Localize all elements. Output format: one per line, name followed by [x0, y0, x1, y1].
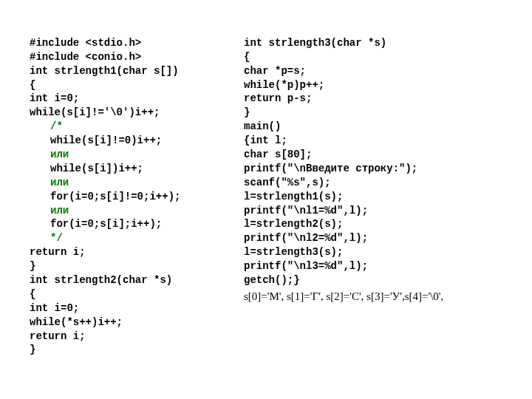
code-line: scanf("%s",s);	[244, 177, 331, 188]
code-line: l=strlength3(s);	[244, 246, 343, 258]
code-line: int i=0;	[30, 92, 79, 104]
code-line: getch();}	[244, 274, 300, 286]
code-line: {	[244, 51, 250, 63]
code-line: for(i=0;s[i]!=0;i++);	[30, 190, 244, 204]
code-line: main()	[244, 120, 281, 132]
right-column: int strlength3(char *s) { char *p=s; whi…	[244, 22, 517, 357]
code-line: }	[244, 106, 250, 118]
code-line: char *p=s;	[244, 65, 306, 77]
code-line: int i=0;	[30, 302, 79, 314]
code-line: printf("\nl1=%d",l);	[244, 205, 368, 216]
code-line: return p-s;	[244, 92, 312, 104]
code-line: l=strlength2(s);	[244, 218, 343, 230]
code-line: for(i=0;s[i];i++);	[30, 217, 244, 231]
code-line: int strlength1(char s[])	[30, 65, 179, 77]
array-values-note: s[0]='М', s[1]='Г', s[2]='С', s[3]='У',s…	[244, 289, 517, 304]
code-line: #include <stdio.h>	[30, 37, 141, 49]
code-line: l=strlength1(s);	[244, 191, 343, 202]
code-line: return i;	[30, 330, 86, 342]
left-column: #include <stdio.h> #include <conio.h> in…	[30, 22, 244, 357]
comment-line: или	[30, 176, 244, 190]
code-line: printf("\nl3=%d",l);	[244, 260, 368, 272]
code-line: int strlength2(char *s)	[30, 274, 172, 286]
code-line: while(s[i]!=0)i++;	[30, 134, 244, 148]
comment-line: /*	[30, 120, 244, 134]
comment-line: */	[30, 231, 244, 245]
code-line: while(s[i])i++;	[30, 162, 244, 176]
code-line: while(*p)p++;	[244, 79, 324, 91]
code-slide: #include <stdio.h> #include <conio.h> in…	[0, 0, 532, 364]
code-line: int strlength3(char *s)	[244, 37, 386, 49]
code-line: {	[30, 79, 35, 91]
code-line: }	[30, 344, 35, 355]
comment-line: или	[30, 204, 244, 218]
code-line: printf("\nl2=%d",l);	[244, 232, 368, 244]
code-line: while(*s++)i++;	[30, 316, 123, 328]
comment-line: или	[30, 148, 244, 162]
code-line: char s[80];	[244, 149, 312, 160]
code-line: }	[30, 260, 35, 272]
code-line: printf("\nВведите строку:");	[244, 163, 417, 174]
code-line: {	[30, 288, 35, 300]
code-line: return i;	[30, 246, 86, 258]
code-line: #include <conio.h>	[30, 51, 141, 63]
code-line: while(s[i]!='\0')i++;	[30, 106, 160, 118]
code-line: {int l;	[244, 134, 287, 146]
